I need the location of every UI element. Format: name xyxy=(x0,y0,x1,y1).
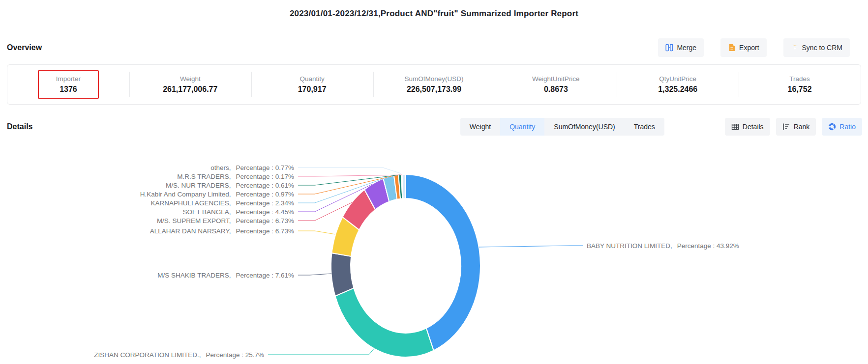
merge-button-label: Merge xyxy=(677,44,696,52)
tab-quantity[interactable]: Quantity xyxy=(500,118,544,136)
details-view-button[interactable]: Details xyxy=(725,118,770,136)
stat-label: QtyUnitPrice xyxy=(659,75,696,83)
importer-ratio-donut-chart: BABY NUTRITION LIMITED,Percentage : 43.9… xyxy=(0,138,868,364)
pie-slice[interactable] xyxy=(335,288,434,357)
pie-label: SOFT BANGLA,Percentage : 4.45% xyxy=(182,208,294,216)
rank-view-button[interactable]: Rank xyxy=(776,118,816,136)
export-button-label: Export xyxy=(739,44,759,52)
overview-header-row: Overview Merge Export Sync to CRM xyxy=(7,37,850,58)
view-button-group: Details Rank Ratio xyxy=(725,118,862,136)
pie-label: H.Kabir And Company Limited,Percentage :… xyxy=(140,191,294,198)
stat-label: Weight xyxy=(180,75,201,83)
sync-to-crm-button[interactable]: Sync to CRM xyxy=(783,38,850,57)
stat-card-quantity: Quantity 170,917 xyxy=(251,65,373,104)
ratio-view-button[interactable]: Ratio xyxy=(822,118,862,136)
merge-icon xyxy=(665,44,673,52)
rank-view-label: Rank xyxy=(794,123,810,131)
sync-to-crm-button-label: Sync to CRM xyxy=(802,44,842,52)
overview-stats-bar: Importer 1376 Weight 261,177,006.77 Quan… xyxy=(7,64,861,105)
stat-card-sum-of-money: SumOfMoney(USD) 226,507,173.99 xyxy=(373,65,495,104)
stat-label: WeightUnitPrice xyxy=(532,75,580,83)
label-line xyxy=(479,246,583,247)
pie-label: ZISHAN CORPORATION LIMITED.,Percentage :… xyxy=(94,351,264,359)
export-button[interactable]: Export xyxy=(720,38,766,57)
label-line xyxy=(298,175,402,176)
pie-label: M/S. NUR TRADERS,Percentage : 0.61% xyxy=(166,182,294,189)
metric-tab-group: Weight Quantity SumOfMoney(USD) Trades xyxy=(460,118,664,136)
label-line xyxy=(298,274,331,275)
stat-label: Importer xyxy=(56,75,81,83)
stat-card-qty-unit-price: QtyUnitPrice 1,325.2466 xyxy=(617,65,739,104)
merge-button[interactable]: Merge xyxy=(658,38,704,57)
overview-actions: Merge Export Sync to CRM xyxy=(658,38,850,57)
stat-card-trades: Trades 16,752 xyxy=(739,65,861,104)
pie-slice[interactable] xyxy=(406,174,480,351)
tab-sum-of-money[interactable]: SumOfMoney(USD) xyxy=(544,118,624,136)
stat-value: 170,917 xyxy=(298,85,327,94)
report-title-bar: 2023/01/01-2023/12/31,Product AND"fruit"… xyxy=(0,9,868,19)
tab-trades[interactable]: Trades xyxy=(625,118,664,136)
stat-value: 1376 xyxy=(60,85,77,94)
importer-highlight-box xyxy=(38,70,99,99)
stat-card-weight: Weight 261,177,006.77 xyxy=(129,65,251,104)
stat-label: Trades xyxy=(789,75,810,83)
rank-list-icon xyxy=(782,123,790,131)
table-icon xyxy=(731,123,739,131)
stat-value: 16,752 xyxy=(788,85,812,94)
donut-chart-icon xyxy=(828,123,836,131)
label-line xyxy=(298,231,335,234)
pie-slice[interactable] xyxy=(331,253,354,296)
stat-card-importer: Importer 1376 xyxy=(7,65,129,104)
page-title: 2023/01/01-2023/12/31,Product AND"fruit"… xyxy=(0,9,868,19)
ratio-chart-area: BABY NUTRITION LIMITED,Percentage : 43.9… xyxy=(0,138,868,364)
ratio-view-label: Ratio xyxy=(839,123,856,131)
stat-card-weight-unit-price: WeightUnitPrice 0.8673 xyxy=(495,65,617,104)
pie-label: M/S SHAKIB TRADERS,Percentage : 7.61% xyxy=(157,272,294,279)
overview-heading: Overview xyxy=(7,43,42,52)
sync-folder-icon xyxy=(791,44,799,52)
details-view-label: Details xyxy=(743,123,764,131)
stat-value: 226,507,173.99 xyxy=(407,85,461,94)
pie-slice[interactable] xyxy=(402,174,406,198)
stat-value: 261,177,006.77 xyxy=(163,85,217,94)
pie-label: M.R.S TRADERS,Percentage : 0.17% xyxy=(177,173,294,180)
details-header-row: Details Weight Quantity SumOfMoney(USD) … xyxy=(7,118,862,136)
pie-label: KARNAPHULI AGENCIES,Percentage : 2.34% xyxy=(151,199,294,207)
pie-label: M/S. SUPREM EXPORT,Percentage : 6.73% xyxy=(157,217,294,224)
details-controls: Weight Quantity SumOfMoney(USD) Trades D… xyxy=(460,118,862,136)
pie-label: BABY NUTRITION LIMITED,Percentage : 43.9… xyxy=(587,242,739,250)
label-line xyxy=(268,348,375,355)
tab-weight[interactable]: Weight xyxy=(460,118,500,136)
export-document-icon xyxy=(728,44,736,52)
details-heading: Details xyxy=(7,122,32,131)
stat-value: 0.8673 xyxy=(544,85,568,94)
label-line xyxy=(298,168,401,173)
stat-label: Quantity xyxy=(300,75,325,83)
pie-label: ALLAHAR DAN NARSARY,Percentage : 6.73% xyxy=(150,227,294,235)
stat-label: SumOfMoney(USD) xyxy=(404,75,463,83)
pie-label: others,Percentage : 0.77% xyxy=(210,164,294,171)
stat-value: 1,325.2466 xyxy=(658,85,697,94)
